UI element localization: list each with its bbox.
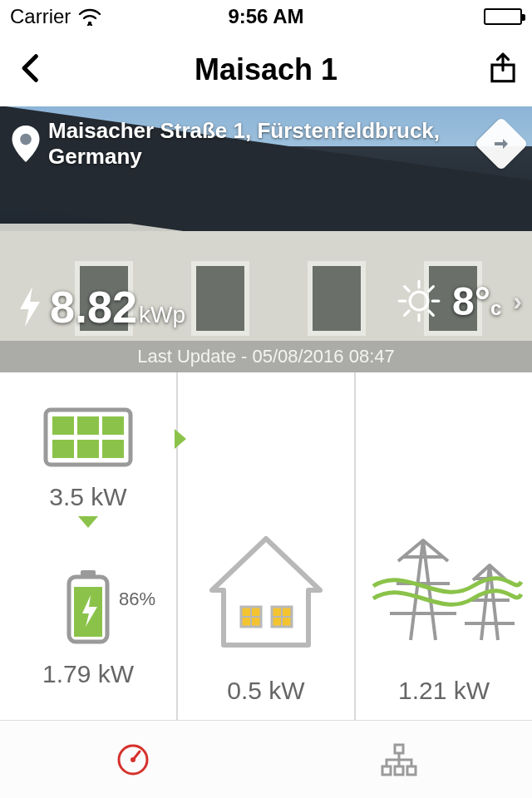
- tab-bar: [0, 720, 532, 798]
- svg-rect-34: [407, 766, 416, 775]
- gauge-icon: [115, 741, 151, 778]
- flow-col-grid[interactable]: 1.21 kW: [356, 372, 532, 720]
- flow-arrow-down-icon: [78, 516, 98, 528]
- svg-line-9: [429, 311, 433, 315]
- sun-icon: [397, 279, 441, 323]
- svg-point-3: [410, 292, 428, 310]
- battery-power-value: 1.79 kW: [42, 660, 134, 688]
- bolt-icon: [17, 287, 43, 327]
- svg-rect-13: [52, 416, 74, 435]
- system-power: 8.82 kWp: [17, 281, 185, 332]
- tab-layout[interactable]: [266, 721, 532, 798]
- svg-rect-17: [77, 440, 99, 458]
- svg-line-10: [405, 311, 409, 315]
- svg-line-11: [429, 287, 433, 291]
- svg-rect-32: [382, 766, 391, 775]
- solar-panel-icon: [42, 405, 134, 471]
- tab-dashboard[interactable]: [0, 721, 266, 798]
- svg-rect-16: [52, 440, 74, 458]
- temperature-value: 8°: [452, 279, 490, 323]
- grid-power-value: 1.21 kW: [398, 677, 490, 705]
- clock-label: 9:56 AM: [228, 5, 303, 28]
- svg-rect-15: [102, 416, 124, 435]
- svg-point-0: [88, 22, 91, 25]
- location-pin-icon: [12, 126, 40, 162]
- site-address: Maisacher Straße 1, Fürstenfeldbruck, Ge…: [40, 118, 482, 170]
- svg-rect-14: [77, 416, 99, 435]
- site-hero: Maisacher Straße 1, Fürstenfeldbruck, Ge…: [0, 106, 532, 372]
- svg-rect-33: [395, 766, 403, 775]
- battery-percent-value: 86%: [119, 589, 155, 610]
- flow-col-production[interactable]: 3.5 kW 86% 1.79 kW: [0, 372, 178, 720]
- temperature-unit: c: [490, 297, 501, 319]
- battery-icon: [484, 8, 522, 25]
- flow-col-home[interactable]: 0.5 kW: [178, 372, 356, 720]
- back-button[interactable]: [15, 52, 47, 87]
- chevron-right-icon: ›: [513, 286, 522, 317]
- status-bar: Carrier 9:56 AM: [0, 0, 532, 33]
- svg-point-30: [131, 757, 135, 762]
- svg-rect-31: [395, 745, 403, 753]
- nav-bar: Maisach 1: [0, 33, 532, 106]
- last-update-label: Last Update - 05/08/2016 08:47: [0, 341, 532, 372]
- weather-button[interactable]: 8°c ›: [397, 278, 522, 324]
- svg-rect-18: [102, 440, 124, 458]
- home-power-value: 0.5 kW: [227, 677, 304, 705]
- wifi-icon: [77, 7, 102, 26]
- solar-power-value: 3.5 kW: [49, 483, 126, 511]
- share-button[interactable]: [489, 52, 517, 88]
- svg-line-8: [405, 287, 409, 291]
- sitemap-icon: [379, 741, 419, 778]
- energy-flow: 3.5 kW 86% 1.79 kW: [0, 372, 532, 720]
- carrier-label: Carrier: [10, 5, 71, 28]
- svg-point-2: [20, 134, 32, 145]
- battery-storage-icon: [66, 570, 111, 645]
- house-icon: [195, 524, 337, 665]
- directions-button[interactable]: [474, 117, 528, 171]
- directions-icon: [491, 134, 511, 154]
- power-grid-icon: [365, 507, 523, 665]
- page-title: Maisach 1: [195, 52, 337, 87]
